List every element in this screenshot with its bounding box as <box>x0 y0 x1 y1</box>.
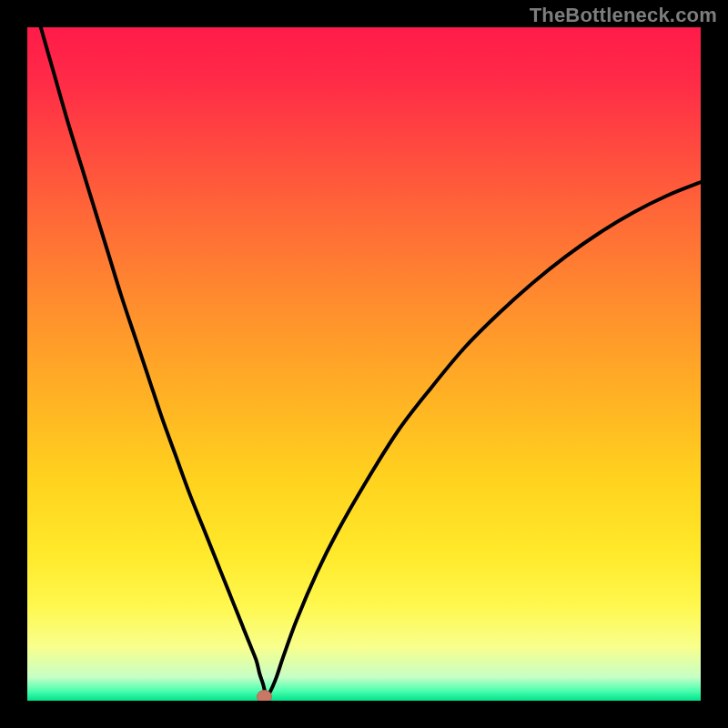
chart-svg <box>27 27 701 701</box>
chart-plot-area <box>27 27 701 701</box>
chart-background <box>27 27 701 701</box>
chart-frame: TheBottleneck.com <box>0 0 728 728</box>
watermark-text: TheBottleneck.com <box>530 4 717 27</box>
optimal-point-marker <box>257 691 271 701</box>
